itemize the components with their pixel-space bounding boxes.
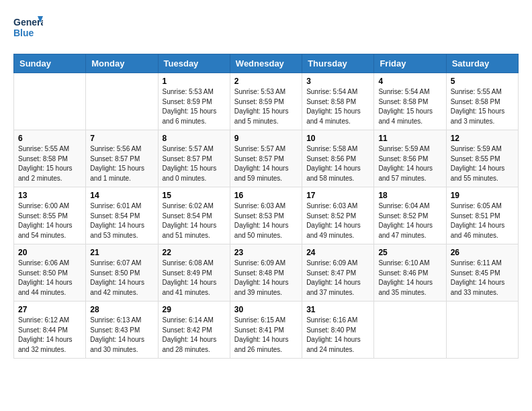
day-info: Sunrise: 6:09 AM Sunset: 8:48 PM Dayligh… — [234, 259, 298, 298]
calendar-cell: 31Sunrise: 6:16 AM Sunset: 8:40 PM Dayli… — [302, 302, 374, 359]
weekday-header-row: SundayMondayTuesdayWednesdayThursdayFrid… — [14, 54, 519, 73]
logo-container: General Blue — [13, 13, 43, 43]
day-info: Sunrise: 6:15 AM Sunset: 8:41 PM Dayligh… — [234, 316, 298, 355]
calendar-cell: 7Sunrise: 5:56 AM Sunset: 8:57 PM Daylig… — [86, 130, 158, 187]
calendar-table: SundayMondayTuesdayWednesdayThursdayFrid… — [13, 54, 519, 359]
day-info: Sunrise: 5:57 AM Sunset: 8:57 PM Dayligh… — [234, 144, 298, 183]
weekday-header-wednesday: Wednesday — [230, 54, 302, 73]
calendar-cell — [446, 302, 518, 359]
logo-svg: General Blue — [13, 13, 43, 43]
day-number: 26 — [451, 248, 514, 257]
day-number: 1 — [163, 77, 226, 86]
day-info: Sunrise: 5:59 AM Sunset: 8:56 PM Dayligh… — [378, 144, 441, 183]
calendar-cell: 1Sunrise: 5:53 AM Sunset: 8:59 PM Daylig… — [158, 73, 230, 130]
calendar-cell: 4Sunrise: 5:54 AM Sunset: 8:58 PM Daylig… — [374, 73, 446, 130]
day-info: Sunrise: 5:53 AM Sunset: 8:59 PM Dayligh… — [163, 87, 226, 126]
day-number: 11 — [378, 134, 441, 143]
day-number: 14 — [90, 191, 153, 200]
day-info: Sunrise: 5:59 AM Sunset: 8:55 PM Dayligh… — [451, 144, 514, 183]
calendar-cell: 27Sunrise: 6:12 AM Sunset: 8:44 PM Dayli… — [14, 302, 86, 359]
day-number: 5 — [451, 77, 514, 86]
calendar-cell: 9Sunrise: 5:57 AM Sunset: 8:57 PM Daylig… — [230, 130, 302, 187]
day-info: Sunrise: 6:11 AM Sunset: 8:45 PM Dayligh… — [451, 259, 514, 298]
day-number: 12 — [451, 134, 514, 143]
calendar-cell — [86, 73, 158, 130]
day-number: 10 — [306, 134, 369, 143]
calendar-week-row: 13Sunrise: 6:00 AM Sunset: 8:55 PM Dayli… — [14, 187, 519, 244]
day-number: 6 — [18, 134, 81, 143]
calendar-cell: 17Sunrise: 6:03 AM Sunset: 8:52 PM Dayli… — [302, 187, 374, 244]
day-number: 20 — [18, 248, 81, 257]
day-info: Sunrise: 5:58 AM Sunset: 8:56 PM Dayligh… — [306, 144, 369, 183]
calendar-cell — [14, 73, 86, 130]
day-info: Sunrise: 6:13 AM Sunset: 8:43 PM Dayligh… — [90, 316, 153, 355]
day-number: 24 — [306, 248, 369, 257]
day-number: 27 — [18, 305, 81, 314]
weekday-header-friday: Friday — [374, 54, 446, 73]
calendar-cell: 8Sunrise: 5:57 AM Sunset: 8:57 PM Daylig… — [158, 130, 230, 187]
day-number: 21 — [90, 248, 153, 257]
day-info: Sunrise: 6:03 AM Sunset: 8:52 PM Dayligh… — [306, 201, 369, 240]
day-number: 31 — [306, 305, 369, 314]
day-number: 23 — [234, 248, 298, 257]
calendar-cell: 28Sunrise: 6:13 AM Sunset: 8:43 PM Dayli… — [86, 302, 158, 359]
day-info: Sunrise: 6:04 AM Sunset: 8:52 PM Dayligh… — [378, 201, 441, 240]
day-info: Sunrise: 6:07 AM Sunset: 8:50 PM Dayligh… — [90, 259, 153, 298]
calendar-cell: 18Sunrise: 6:04 AM Sunset: 8:52 PM Dayli… — [374, 187, 446, 244]
day-number: 15 — [163, 191, 226, 200]
calendar-cell: 14Sunrise: 6:01 AM Sunset: 8:54 PM Dayli… — [86, 187, 158, 244]
day-number: 9 — [234, 134, 298, 143]
weekday-header-tuesday: Tuesday — [158, 54, 230, 73]
day-info: Sunrise: 5:55 AM Sunset: 8:58 PM Dayligh… — [18, 144, 81, 183]
calendar-cell: 10Sunrise: 5:58 AM Sunset: 8:56 PM Dayli… — [302, 130, 374, 187]
weekday-header-sunday: Sunday — [14, 54, 86, 73]
day-number: 30 — [234, 305, 298, 314]
day-number: 29 — [163, 305, 226, 314]
calendar-cell: 2Sunrise: 5:53 AM Sunset: 8:59 PM Daylig… — [230, 73, 302, 130]
calendar-cell: 25Sunrise: 6:10 AM Sunset: 8:46 PM Dayli… — [374, 244, 446, 302]
day-number: 28 — [90, 305, 153, 314]
day-info: Sunrise: 6:03 AM Sunset: 8:53 PM Dayligh… — [234, 201, 298, 240]
day-number: 25 — [378, 248, 441, 257]
calendar-cell: 6Sunrise: 5:55 AM Sunset: 8:58 PM Daylig… — [14, 130, 86, 187]
calendar-week-row: 6Sunrise: 5:55 AM Sunset: 8:58 PM Daylig… — [14, 130, 519, 187]
day-info: Sunrise: 5:56 AM Sunset: 8:57 PM Dayligh… — [90, 144, 153, 183]
day-info: Sunrise: 6:01 AM Sunset: 8:54 PM Dayligh… — [90, 201, 153, 240]
day-info: Sunrise: 6:00 AM Sunset: 8:55 PM Dayligh… — [18, 201, 81, 240]
day-info: Sunrise: 5:57 AM Sunset: 8:57 PM Dayligh… — [163, 144, 226, 183]
calendar-week-row: 20Sunrise: 6:06 AM Sunset: 8:50 PM Dayli… — [14, 244, 519, 302]
calendar-cell: 21Sunrise: 6:07 AM Sunset: 8:50 PM Dayli… — [86, 244, 158, 302]
day-info: Sunrise: 5:55 AM Sunset: 8:58 PM Dayligh… — [451, 87, 514, 126]
day-info: Sunrise: 6:12 AM Sunset: 8:44 PM Dayligh… — [18, 316, 81, 355]
day-number: 22 — [163, 248, 226, 257]
day-info: Sunrise: 6:10 AM Sunset: 8:46 PM Dayligh… — [378, 259, 441, 298]
day-info: Sunrise: 6:06 AM Sunset: 8:50 PM Dayligh… — [18, 259, 81, 298]
calendar-cell: 26Sunrise: 6:11 AM Sunset: 8:45 PM Dayli… — [446, 244, 518, 302]
day-number: 2 — [234, 77, 298, 86]
weekday-header-saturday: Saturday — [446, 54, 518, 73]
calendar-cell: 30Sunrise: 6:15 AM Sunset: 8:41 PM Dayli… — [230, 302, 302, 359]
calendar-cell: 22Sunrise: 6:08 AM Sunset: 8:49 PM Dayli… — [158, 244, 230, 302]
calendar-cell: 11Sunrise: 5:59 AM Sunset: 8:56 PM Dayli… — [374, 130, 446, 187]
calendar-cell: 16Sunrise: 6:03 AM Sunset: 8:53 PM Dayli… — [230, 187, 302, 244]
calendar-cell: 23Sunrise: 6:09 AM Sunset: 8:48 PM Dayli… — [230, 244, 302, 302]
day-info: Sunrise: 6:02 AM Sunset: 8:54 PM Dayligh… — [163, 201, 226, 240]
logo: General Blue — [13, 13, 43, 43]
day-number: 16 — [234, 191, 298, 200]
day-number: 7 — [90, 134, 153, 143]
day-info: Sunrise: 5:54 AM Sunset: 8:58 PM Dayligh… — [306, 87, 369, 126]
weekday-header-monday: Monday — [86, 54, 158, 73]
calendar-cell: 19Sunrise: 6:05 AM Sunset: 8:51 PM Dayli… — [446, 187, 518, 244]
day-info: Sunrise: 6:16 AM Sunset: 8:40 PM Dayligh… — [306, 316, 369, 355]
day-number: 8 — [163, 134, 226, 143]
calendar-cell: 12Sunrise: 5:59 AM Sunset: 8:55 PM Dayli… — [446, 130, 518, 187]
day-number: 18 — [378, 191, 441, 200]
calendar-week-row: 27Sunrise: 6:12 AM Sunset: 8:44 PM Dayli… — [14, 302, 519, 359]
day-number: 3 — [306, 77, 369, 86]
day-info: Sunrise: 6:09 AM Sunset: 8:47 PM Dayligh… — [306, 259, 369, 298]
day-number: 13 — [18, 191, 81, 200]
calendar-cell: 5Sunrise: 5:55 AM Sunset: 8:58 PM Daylig… — [446, 73, 518, 130]
day-info: Sunrise: 6:14 AM Sunset: 8:42 PM Dayligh… — [163, 316, 226, 355]
day-info: Sunrise: 6:05 AM Sunset: 8:51 PM Dayligh… — [451, 201, 514, 240]
day-info: Sunrise: 6:08 AM Sunset: 8:49 PM Dayligh… — [163, 259, 226, 298]
